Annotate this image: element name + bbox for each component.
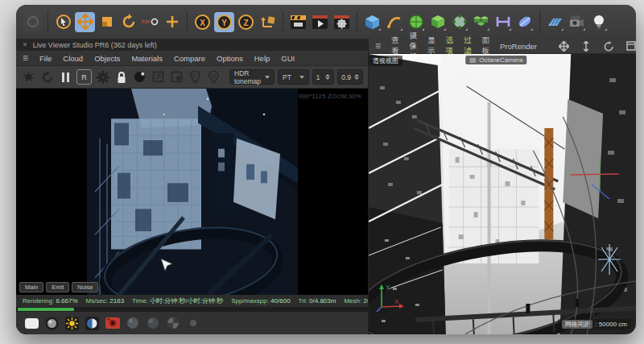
viewport-panel: ≡ 查看 摄像机 显示 选项 过滤 面板 ProRender (369, 39, 636, 334)
vp-menu-prorender[interactable]: ProRender (500, 42, 537, 51)
pass-main-button[interactable]: Main (19, 282, 43, 292)
gamma-stepper[interactable]: 0.9 (337, 69, 363, 85)
axis-x-button[interactable]: X (192, 12, 213, 32)
scale-tool-icon[interactable] (97, 12, 117, 32)
menu-help[interactable]: Help (254, 54, 270, 63)
pause-button[interactable] (58, 69, 73, 85)
sphere-pass-icon[interactable] (125, 316, 140, 331)
stepper-arrows-icon[interactable] (354, 74, 359, 80)
sphere-pass-2-icon[interactable] (145, 316, 160, 331)
content-row: × Live Viewer Studio PR6 (362 days left)… (16, 39, 636, 334)
deformer-icon[interactable] (449, 12, 469, 32)
material-ball-icon[interactable] (44, 316, 60, 331)
flyout-corner (583, 28, 585, 31)
camera-label[interactable]: OctaneCamera (465, 56, 526, 64)
viewport-scene[interactable]: 透视视图 OctaneCamera Y X (369, 54, 636, 334)
pie-region-icon[interactable] (165, 316, 180, 331)
status-spp: Spp/maxspp: 40/600 (231, 297, 290, 305)
flyout-corner (605, 28, 607, 31)
grid-spacing-label: 网格间距 : 50000 cm (558, 319, 631, 329)
volume-cube-icon[interactable] (427, 12, 448, 32)
camera-mini-icon (469, 58, 476, 63)
pan-icon[interactable] (558, 40, 570, 52)
focus-pin-button[interactable]: F (188, 69, 203, 85)
floor-icon[interactable] (545, 12, 565, 32)
render-view-icon[interactable] (288, 12, 308, 32)
material-pin-button[interactable]: H (206, 69, 221, 85)
status-rendering: Rendering: 6.667% (23, 297, 78, 305)
maximize-icon[interactable] (625, 40, 636, 52)
select-tool-icon[interactable] (53, 12, 73, 32)
menu-file[interactable]: File (39, 54, 52, 63)
toolbar-separator (187, 11, 188, 32)
nurbs-leaf-icon[interactable] (514, 12, 535, 32)
kernel-select[interactable]: PT (278, 69, 309, 85)
add-cube-icon[interactable] (362, 12, 382, 32)
render-view[interactable]: 900*1125 ZOOM:30% Main Emit Noise (16, 89, 368, 295)
flyout-corner (444, 28, 446, 31)
render-pass-tabs: Main Emit Noise (19, 282, 98, 292)
sync-icon[interactable] (39, 69, 55, 85)
render-settings-icon[interactable] (332, 12, 352, 32)
settings-gear-icon[interactable] (95, 69, 110, 85)
menu-objects[interactable]: Objects (94, 54, 120, 63)
light-icon[interactable] (588, 12, 609, 32)
psr-icon[interactable]: PSR (140, 12, 160, 32)
toolbar-separator (539, 11, 540, 32)
coordinate-system-icon[interactable] (258, 12, 278, 32)
flyout-corner (378, 28, 381, 31)
camera-red-icon[interactable] (105, 316, 120, 331)
status-tri: Tri: 0/4.803m (299, 297, 336, 305)
undo-icon[interactable] (23, 12, 43, 32)
pick-sphere-icon[interactable] (132, 69, 147, 85)
live-viewer-toolbar: R (16, 66, 368, 89)
grid-spacing-value: : 50000 cm (595, 321, 627, 328)
render-progressbar (16, 307, 368, 312)
render-progress-fill (18, 308, 74, 311)
menu-options[interactable]: Options (217, 54, 243, 63)
menu-burger-icon[interactable]: ≡ (23, 53, 28, 63)
status-mssec: Ms/sec: 2163 (86, 297, 125, 305)
flyout-corner (487, 28, 489, 31)
toolbar-separator (357, 11, 357, 32)
lock-icon[interactable] (114, 69, 129, 85)
passes-value: 1 (316, 73, 320, 81)
pen-spline-icon[interactable] (384, 12, 404, 32)
svg-text:Y: Y (221, 18, 227, 27)
menu-cloud[interactable]: Cloud (63, 54, 83, 63)
pass-noise-button[interactable]: Noise (72, 282, 98, 292)
sun-brightness-icon[interactable] (64, 316, 80, 331)
burst-star-icon[interactable] (21, 69, 36, 85)
menu-gui[interactable]: GUI (281, 54, 295, 63)
rotate-tool-icon[interactable] (118, 12, 138, 32)
close-icon[interactable]: × (23, 40, 27, 49)
copy-region-icon[interactable] (151, 69, 166, 85)
axis-z-button[interactable]: Z (236, 12, 256, 32)
tonemap-value: HDR tonemap (234, 69, 261, 85)
pass-emit-button[interactable]: Emit (46, 282, 69, 292)
orbit-icon[interactable] (603, 40, 615, 52)
svg-text:Z: Z (243, 18, 248, 27)
stepper-arrows-icon[interactable] (325, 74, 330, 80)
subdivision-surface-icon[interactable] (406, 12, 426, 32)
restart-render-button[interactable]: R (76, 69, 92, 85)
passes-stepper[interactable]: 1 (312, 69, 334, 85)
film-panel-icon[interactable] (24, 316, 39, 331)
dot-small-icon[interactable] (185, 316, 200, 331)
tonemap-select[interactable]: HDR tonemap (229, 69, 275, 85)
spline-arrange-icon[interactable] (493, 12, 513, 32)
render-active-view-icon[interactable] (310, 12, 330, 32)
viewport-burger-icon[interactable]: ≡ (375, 41, 381, 51)
contrast-half-icon[interactable] (85, 316, 100, 331)
move-tool-icon[interactable] (75, 12, 95, 32)
camera-icon[interactable] (567, 12, 587, 32)
add-crosshair-icon[interactable] (162, 12, 182, 32)
save-region-icon[interactable] (169, 69, 184, 85)
cloner-icon[interactable] (471, 12, 491, 32)
axis-y-button[interactable]: Y (214, 12, 234, 32)
scene-graphics (369, 54, 636, 334)
menu-materials[interactable]: Materials (131, 54, 163, 63)
render-statusbar: Rendering: 6.667% Ms/sec: 2163 Time: 小时:… (16, 295, 368, 307)
menu-compare[interactable]: Compare (174, 54, 205, 63)
dolly-icon[interactable] (580, 40, 592, 52)
